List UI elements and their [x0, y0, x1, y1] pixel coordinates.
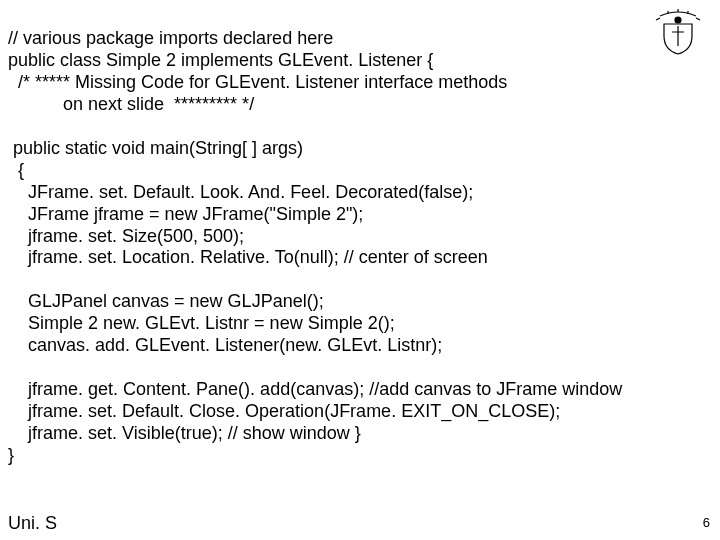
svg-point-0	[675, 17, 681, 23]
code-line: GLJPanel canvas = new GLJPanel();	[8, 291, 324, 311]
code-line: jframe. set. Visible(true); // show wind…	[8, 423, 361, 443]
code-line: jframe. set. Default. Close. Operation(J…	[8, 401, 560, 421]
code-line: /* ***** Missing Code for GLEvent. Liste…	[8, 72, 507, 92]
code-line: {	[8, 160, 24, 180]
code-line: jframe. set. Size(500, 500);	[8, 226, 244, 246]
code-block: // various package imports declared here…	[8, 6, 622, 489]
code-line: public static void main(String[ ] args)	[8, 138, 303, 158]
university-crest-logo	[650, 6, 706, 62]
footer-label: Uni. S	[8, 513, 57, 534]
slide: // various package imports declared here…	[0, 0, 720, 540]
code-line: JFrame jframe = new JFrame("Simple 2");	[8, 204, 363, 224]
code-line: // various package imports declared here	[8, 28, 333, 48]
code-line: jframe. set. Location. Relative. To(null…	[8, 247, 488, 267]
code-line: public class Simple 2 implements GLEvent…	[8, 50, 433, 70]
code-line: on next slide ********* */	[8, 94, 254, 114]
code-line: }	[8, 445, 14, 465]
code-line: canvas. add. GLEvent. Listener(new. GLEv…	[8, 335, 442, 355]
code-line: Simple 2 new. GLEvt. Listnr = new Simple…	[8, 313, 395, 333]
code-line: JFrame. set. Default. Look. And. Feel. D…	[8, 182, 473, 202]
code-line: jframe. get. Content. Pane(). add(canvas…	[8, 379, 622, 399]
page-number: 6	[703, 515, 710, 530]
